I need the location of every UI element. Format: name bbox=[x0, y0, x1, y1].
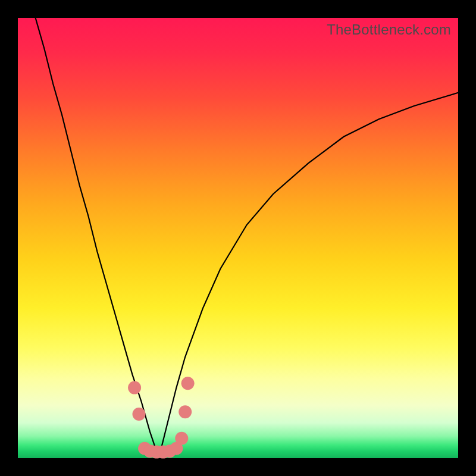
markers-group bbox=[128, 377, 195, 458]
plot-area: TheBottleneck.com bbox=[18, 18, 458, 458]
marker-point bbox=[178, 405, 192, 418]
marker-point bbox=[181, 377, 195, 390]
curve-right bbox=[159, 93, 458, 458]
marker-point bbox=[175, 432, 188, 445]
curves-svg bbox=[18, 18, 458, 458]
marker-point bbox=[128, 381, 141, 394]
marker-point bbox=[133, 408, 146, 421]
curve-left bbox=[36, 18, 159, 458]
chart-frame: TheBottleneck.com bbox=[0, 0, 476, 476]
